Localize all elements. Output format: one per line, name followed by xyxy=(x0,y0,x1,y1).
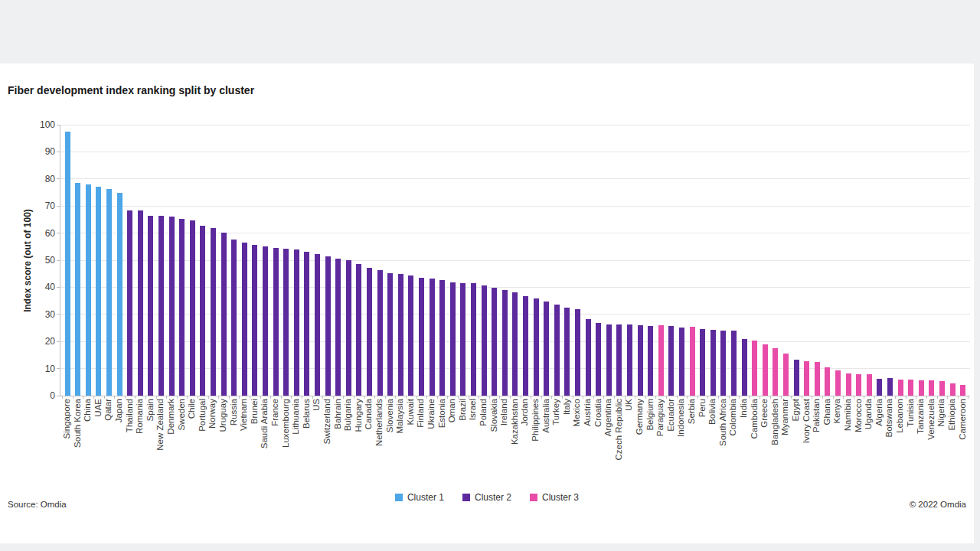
cluster-2-swatch-icon xyxy=(462,494,470,501)
x-label-south-africa: South Africa xyxy=(717,399,728,483)
y-tick-label: 60 xyxy=(29,228,55,239)
chart-card: Fiber development index ranking split by… xyxy=(0,64,974,543)
x-label-russia: Russia xyxy=(228,399,239,483)
x-label-myanmar: Myanmar xyxy=(779,399,790,483)
x-label-bulgaria: Bulgaria xyxy=(342,399,353,483)
bar-israel xyxy=(471,283,476,396)
x-label-ireland: Ireland xyxy=(498,399,509,483)
x-label-poland: Poland xyxy=(478,399,488,483)
x-label-colombia: Colombia xyxy=(727,399,738,483)
bar-myanmar xyxy=(783,354,789,396)
bar-russia xyxy=(231,240,237,396)
bar-malaysia xyxy=(398,274,403,396)
x-label-bolivia: Bolivia xyxy=(707,399,717,483)
bar-ivory-coast xyxy=(804,361,809,396)
x-label-nigeria: Nigeria xyxy=(936,399,946,483)
x-label-italy: Italy xyxy=(561,399,572,483)
gridline xyxy=(60,287,970,288)
chart-title: Fiber development index ranking split by… xyxy=(8,84,254,96)
x-label-indonesia: Indonesia xyxy=(675,399,686,483)
bar-croatia xyxy=(596,323,601,396)
bar-ghana xyxy=(825,367,830,396)
x-label-chile: Chile xyxy=(186,399,197,483)
bar-morocco xyxy=(856,374,861,396)
x-label-slovenia: Slovenia xyxy=(384,399,395,483)
bar-poland xyxy=(482,285,487,396)
x-label-croatia: Croatia xyxy=(593,399,603,483)
bar-portugal xyxy=(200,226,205,396)
x-label-botswana: Botswana xyxy=(884,399,894,483)
bar-jordan xyxy=(523,296,528,396)
x-label-bahrain: Bahrain xyxy=(332,399,343,483)
x-label-france: France xyxy=(270,399,280,483)
y-tick-label: 100 xyxy=(29,119,55,130)
gridline xyxy=(60,125,970,126)
x-label-czech-republic: Czech Republic xyxy=(613,399,624,483)
x-label-serbia: Serbia xyxy=(686,399,697,483)
bar-kazakhstan xyxy=(512,292,518,396)
x-label-norway: Norway xyxy=(207,399,217,483)
bar-ethiopia xyxy=(950,383,956,396)
x-label-uganda: Uganda xyxy=(863,399,874,483)
x-label-lebanon: Lebanon xyxy=(894,399,905,483)
bar-tunisia xyxy=(908,380,913,396)
y-tick-mark xyxy=(57,368,60,369)
x-label-netherlands: Netherlands xyxy=(374,399,384,483)
x-label-us: US xyxy=(311,399,322,483)
x-label-oman: Oman xyxy=(446,399,457,483)
y-tick-mark xyxy=(57,206,60,207)
bar-bangladesh xyxy=(773,348,778,396)
x-label-saudi-arabia: Saudi Arabia xyxy=(259,399,270,483)
legend-label-cluster-3: Cluster 3 xyxy=(542,492,579,503)
bar-nigeria xyxy=(939,381,945,396)
y-tick-mark xyxy=(57,125,60,126)
x-tick-mark xyxy=(968,396,969,399)
x-label-brazil: Brazil xyxy=(457,399,468,483)
bar-brazil xyxy=(460,283,466,396)
x-label-ecuador: Ecuador xyxy=(665,399,676,483)
bar-spain xyxy=(148,216,153,396)
legend-label-cluster-1: Cluster 1 xyxy=(407,492,444,503)
x-label-thailand: Thailand xyxy=(124,399,135,483)
x-label-israel: Israel xyxy=(467,399,478,483)
bar-argentina xyxy=(606,324,612,396)
x-label-peru: Peru xyxy=(697,399,707,483)
x-label-tanzania: Tanzania xyxy=(915,399,926,483)
bar-ukraine xyxy=(430,279,435,396)
bar-uae xyxy=(96,187,101,396)
bar-slovakia xyxy=(492,288,497,396)
x-label-paraguay: Paraguay xyxy=(655,399,665,483)
bar-romania xyxy=(138,210,143,396)
x-label-sweden: Sweden xyxy=(176,399,187,483)
x-label-tunisia: Tunisia xyxy=(905,399,916,483)
x-label-singapore: Singapore xyxy=(61,399,72,483)
y-tick-label: 20 xyxy=(29,336,55,347)
x-label-romania: Romania xyxy=(134,399,145,483)
y-tick-label: 80 xyxy=(29,174,55,184)
bar-norway xyxy=(211,228,216,396)
x-label-uae: UAE xyxy=(93,399,103,483)
y-tick-label: 0 xyxy=(29,390,55,401)
gridline xyxy=(60,260,970,261)
legend: Cluster 1 Cluster 2 Cluster 3 xyxy=(0,491,974,504)
bar-vietnam xyxy=(242,243,247,396)
x-label-canada: Canada xyxy=(363,399,374,483)
bar-saudi-arabia xyxy=(263,246,268,396)
y-tick-label: 50 xyxy=(29,255,55,266)
bar-bolivia xyxy=(710,330,716,396)
x-label-qatar: Qatar xyxy=(103,399,113,483)
bar-australia xyxy=(544,302,549,396)
x-label-kenya: Kenya xyxy=(831,399,842,483)
bar-botswana xyxy=(887,378,893,396)
x-label-uruguay: Uruguay xyxy=(217,399,228,483)
bar-japan xyxy=(117,193,122,396)
x-label-argentina: Argentina xyxy=(603,399,613,483)
x-label-bangladesh: Bangladesh xyxy=(769,399,780,483)
x-label-belgium: Belgium xyxy=(645,399,655,483)
bar-sweden xyxy=(179,219,185,396)
plot-area xyxy=(60,125,970,396)
bar-pakistan xyxy=(815,362,820,396)
bar-china xyxy=(86,184,91,396)
x-label-portugal: Portugal xyxy=(197,399,207,483)
bar-namibia xyxy=(846,373,851,396)
